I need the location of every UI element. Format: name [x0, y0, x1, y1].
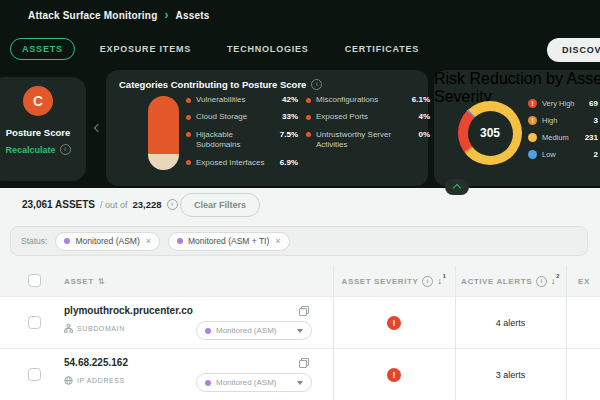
breadcrumb-chevron-icon: ›	[164, 9, 168, 21]
categories-legend: Vulnerabilities 42% Cloud Storage 33% Hi…	[186, 95, 430, 168]
risk-donut-chart: 305	[458, 101, 522, 165]
category-item: Untrustworthy Server Activities 0%	[306, 130, 430, 151]
posture-score-title: Posture Score	[6, 127, 70, 138]
risk-legend-item: Very High 69	[528, 99, 598, 108]
copy-icon[interactable]	[299, 358, 309, 368]
tab-exposure-items[interactable]: EXPOSURE ITEMS	[89, 38, 202, 60]
active-alerts-count[interactable]: 3 alerts	[455, 370, 566, 380]
info-icon[interactable]	[60, 144, 71, 155]
tab-certificates[interactable]: CERTIFICATES	[334, 38, 430, 60]
category-value: 6.1%	[412, 95, 430, 105]
asset-name[interactable]: plymouthrock.prucenter.co	[64, 305, 193, 316]
status-dot-icon	[64, 238, 70, 244]
info-icon[interactable]	[311, 79, 322, 90]
categories-title-text: Categories Contributing to Posture Score	[119, 79, 306, 90]
collapse-panel-button[interactable]	[91, 120, 105, 136]
asset-type: IP ADDRESS	[64, 376, 125, 385]
posture-grade-badge: C	[23, 86, 53, 116]
asset-type-label: SUBDOMAIN	[77, 325, 125, 332]
row-checkbox[interactable]	[28, 316, 41, 329]
row-checkbox[interactable]	[28, 368, 41, 381]
risk-value: 231	[585, 133, 598, 142]
breadcrumb: Attack Surface Monitoring › Assets	[0, 0, 600, 30]
column-header-asset-severity[interactable]: ASSET SEVERITY ↓ 1	[333, 266, 455, 296]
info-icon[interactable]	[422, 276, 433, 287]
category-label: Misconfigurations	[316, 95, 407, 105]
select-all-checkbox[interactable]	[28, 274, 41, 287]
column-label: EX	[578, 277, 590, 286]
column-label: ASSET SEVERITY	[342, 277, 419, 286]
sort-icon[interactable]: ⇅	[98, 277, 105, 286]
collapse-dashboard-button[interactable]	[445, 179, 469, 195]
risk-legend: Very High 69 High 3 Medium 231 Low 2	[528, 99, 598, 159]
row-status-dropdown[interactable]: Monitored (ASM)	[196, 321, 312, 340]
risk-value: 3	[594, 116, 598, 125]
risk-total: 305	[468, 111, 513, 156]
assets-total: 23,228	[133, 199, 162, 210]
asset-type: SUBDOMAIN	[64, 324, 125, 333]
sort-descending-icon[interactable]: ↓	[437, 276, 441, 286]
asset-name[interactable]: 54.68.225.162	[64, 357, 128, 368]
risk-label: Medium	[542, 133, 580, 142]
recalculate-label: Recalculate	[5, 145, 55, 155]
row-status-dropdown[interactable]: Monitored (ASM)	[196, 373, 312, 392]
sort-descending-icon[interactable]: ↓	[551, 276, 555, 286]
info-icon[interactable]	[167, 199, 178, 210]
category-label: Cloud Storage	[196, 112, 277, 122]
filter-chip-monitored-asm-ti[interactable]: Monitored (ASM + TI) ×	[168, 232, 290, 251]
table-header: ASSET ⇅ ASSET SEVERITY ↓ 1 ACTIVE ALERTS…	[0, 266, 600, 296]
close-icon[interactable]: ×	[275, 237, 280, 246]
tab-assets[interactable]: ASSETS	[10, 38, 75, 60]
info-icon[interactable]	[536, 276, 547, 287]
status-dot-icon	[205, 328, 211, 334]
column-header-clipped[interactable]: EX	[578, 266, 590, 296]
filter-chip-monitored-asm[interactable]: Monitored (ASM) ×	[55, 232, 160, 251]
status-dot-icon	[177, 238, 183, 244]
category-value: 4%	[418, 112, 430, 122]
recalculate-link[interactable]: Recalculate	[5, 144, 70, 155]
category-label: Vulnerabilities	[196, 95, 277, 105]
column-header-asset[interactable]: ASSET ⇅	[64, 266, 104, 296]
tab-technologies[interactable]: TECHNOLOGIES	[216, 38, 320, 60]
clear-filters-button[interactable]: Clear Filters	[180, 193, 260, 217]
subdomain-icon	[64, 324, 73, 333]
categories-card-title: Categories Contributing to Posture Score	[119, 79, 322, 90]
category-value: 42%	[282, 95, 298, 105]
categories-card: Categories Contributing to Posture Score…	[106, 70, 428, 186]
bullet-icon	[186, 132, 191, 137]
active-alerts-count[interactable]: 4 alerts	[455, 318, 566, 328]
category-value: 33%	[282, 112, 298, 122]
column-header-active-alerts[interactable]: ACTIVE ALERTS ↓ 2	[455, 266, 566, 296]
category-value: 7.5%	[280, 130, 298, 140]
bullet-icon	[186, 98, 191, 103]
risk-label: Low	[542, 150, 589, 159]
copy-icon[interactable]	[299, 306, 309, 316]
category-item: Exposed Interfaces 6.9%	[186, 158, 298, 168]
status-dropdown-value: Monitored (ASM)	[216, 326, 292, 335]
close-icon[interactable]: ×	[146, 237, 151, 246]
bullet-icon	[306, 132, 311, 137]
risk-legend-item: High 3	[528, 116, 598, 125]
category-item: Vulnerabilities 42%	[186, 95, 298, 105]
chevron-up-icon	[453, 184, 461, 192]
discovery-button[interactable]: DISCOVERY	[547, 38, 600, 62]
risk-value: 2	[594, 150, 598, 159]
bullet-icon	[306, 115, 311, 120]
category-label: Exposed Ports	[316, 112, 413, 122]
status-dot-icon	[205, 380, 211, 386]
very-high-severity-icon	[387, 368, 401, 382]
medium-severity-icon	[528, 133, 537, 142]
asset-table-row[interactable]: plymouthrock.prucenter.co SUBDOMAIN Moni…	[0, 296, 600, 348]
category-value: 0%	[418, 130, 430, 140]
asset-table-row[interactable]: 54.68.225.162 IP ADDRESS Monitored (ASM)…	[0, 348, 600, 400]
column-divider	[333, 266, 334, 400]
assets-count: 23,061 ASSETS	[22, 199, 95, 210]
status-filter-label: Status:	[21, 236, 47, 246]
breadcrumb-root[interactable]: Attack Surface Monitoring	[28, 10, 157, 21]
bullet-icon	[186, 160, 191, 165]
status-dropdown-value: Monitored (ASM)	[216, 378, 292, 387]
chevron-down-icon	[297, 381, 303, 385]
chevron-down-icon	[297, 329, 303, 333]
posture-score-card: C Posture Score Recalculate	[0, 77, 86, 181]
filter-bar: Status: Monitored (ASM) × Monitored (ASM…	[10, 226, 588, 256]
